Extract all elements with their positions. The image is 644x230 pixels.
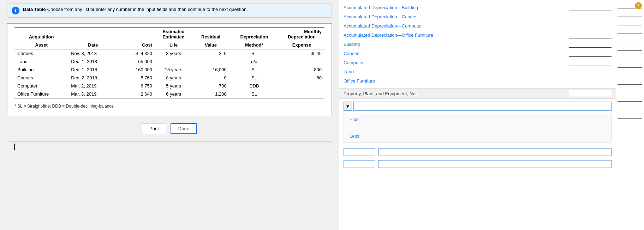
th-blank2 <box>118 34 155 41</box>
dropdown-select-row: ▼ <box>344 102 612 111</box>
dropdown-row: Accumulated Depreciation—Building <box>339 3 616 12</box>
bottom-input-row <box>339 145 616 159</box>
canoes-label[interactable]: Canoes <box>344 51 566 56</box>
sidebar-input-14[interactable] <box>618 111 642 119</box>
dropdown-row: Accumulated Depreciation—Canoes <box>339 12 616 21</box>
asset-date: Dec. 2, 2018 <box>68 74 118 82</box>
canoes-input1[interactable] <box>569 50 612 57</box>
asset-expense <box>279 82 324 90</box>
asset-cost: 65,000 <box>118 58 155 66</box>
less-label: Less: <box>350 133 606 139</box>
acc-dep-computer-input1[interactable] <box>569 22 612 29</box>
bottom-input2[interactable] <box>378 148 612 156</box>
info-text: Choose from any list or enter any number… <box>47 7 248 12</box>
acc-dep-office-label[interactable]: Accumulated Depreciation—Office Furnitur… <box>344 32 566 38</box>
th-acq-date <box>68 28 118 35</box>
acc-dep-computer-label[interactable]: Accumulated Depreciation—Computer <box>344 23 566 29</box>
table-row: Canoes Nov. 3, 2018 $ 4,320 8 years $ 0 … <box>14 49 324 58</box>
th-asset-label: Asset <box>14 41 68 49</box>
building-input1[interactable] <box>569 41 612 48</box>
print-button[interactable]: Print <box>142 123 166 134</box>
asset-date: Mar. 2, 2019 <box>68 82 118 90</box>
sidebar-input-9[interactable] <box>618 69 642 76</box>
sidebar-input-13[interactable] <box>618 103 642 110</box>
sidebar-input-11[interactable] <box>618 86 642 93</box>
sidebar-input-6[interactable] <box>618 44 642 51</box>
sidebar-input-12[interactable] <box>618 95 642 102</box>
computer-label[interactable]: Computer <box>344 60 566 65</box>
prop-plant-label: Property, Plant, and Equipment, Net <box>344 91 569 96</box>
bottom-line <box>7 141 332 152</box>
info-banner: i Data Table Choose from any list or ent… <box>7 4 332 18</box>
computer-input1[interactable] <box>569 59 612 66</box>
asset-cost: 160,000 <box>118 66 155 74</box>
acc-dep-building-input1[interactable] <box>569 4 612 11</box>
help-badge[interactable]: ? <box>635 2 642 9</box>
th-estimated: Estimated <box>155 28 192 35</box>
sidebar-input-4[interactable] <box>618 27 642 34</box>
asset-method: SL <box>229 66 279 74</box>
asset-method: SL <box>229 49 279 58</box>
land-input1[interactable] <box>569 68 612 75</box>
land-inputs <box>569 68 612 75</box>
asset-date: Dec. 1, 2018 <box>68 58 118 66</box>
asset-name: Office Furniture <box>14 90 68 98</box>
office-furniture-input1[interactable] <box>569 77 612 84</box>
th-acquisition: Acquisition <box>14 34 68 41</box>
asset-method: DDB <box>229 82 279 90</box>
prop-plant-input[interactable] <box>569 90 612 97</box>
building-label[interactable]: Building <box>344 42 566 47</box>
asset-cost: $ 4,320 <box>118 49 155 58</box>
acc-dep-office-input1[interactable] <box>569 31 612 38</box>
dropdown-arrow[interactable]: ▼ <box>344 102 352 111</box>
acc-dep-canoes-input1[interactable] <box>569 13 612 20</box>
th-life-label: Life <box>155 41 192 49</box>
asset-cost: 2,640 <box>118 90 155 98</box>
acc-dep-building-label[interactable]: Accumulated Depreciation—Building <box>344 5 566 10</box>
acc-dep-canoes-label[interactable]: Accumulated Depreciation—Canoes <box>344 14 566 19</box>
right-panel: ? Accumulated Depreciation—Building Accu… <box>339 0 644 230</box>
asset-life: 5 years <box>155 82 192 90</box>
th-blank1 <box>68 34 118 41</box>
bottom-input1[interactable] <box>344 148 375 156</box>
bottom-input3[interactable] <box>344 160 375 168</box>
button-row: Print Done <box>7 123 332 134</box>
sidebar-input-2[interactable] <box>618 10 642 17</box>
sidebar-input-5[interactable] <box>618 35 642 42</box>
sidebar-input-8[interactable] <box>618 61 642 68</box>
bottom-input4[interactable] <box>378 160 612 168</box>
asset-life <box>155 58 192 66</box>
asset-method: SL <box>229 74 279 82</box>
done-button[interactable]: Done <box>171 123 197 134</box>
asset-date: Mar. 3, 2019 <box>68 90 118 98</box>
sidebar-input-3[interactable] <box>618 18 642 25</box>
building-inputs <box>569 41 612 48</box>
th-cost-label: Cost <box>118 41 155 49</box>
acc-dep-computer-inputs <box>569 22 612 29</box>
asset-expense <box>279 90 324 98</box>
asset-table: Estimated Monthly Acquisition Estimated … <box>14 27 324 98</box>
asset-name: Computer <box>14 82 68 90</box>
asset-residual: 1,200 <box>192 90 229 98</box>
th-method-label: Method* <box>229 41 279 49</box>
plus-label: Plus: <box>350 117 606 122</box>
acc-dep-canoes-inputs <box>569 13 612 20</box>
chevron-down-icon: ▼ <box>346 104 350 109</box>
sidebar-input-7[interactable] <box>618 52 642 59</box>
acc-dep-building-inputs <box>569 4 612 11</box>
sidebar-input-10[interactable] <box>618 78 642 85</box>
asset-name: Canoes <box>14 74 68 82</box>
asset-expense: 800 <box>279 66 324 74</box>
th-expense-label: Expense <box>279 41 324 49</box>
account-select-input[interactable] <box>353 102 612 111</box>
office-furniture-inputs <box>569 77 612 84</box>
dropdown-row: Accumulated Depreciation—Computer <box>339 21 616 30</box>
asset-expense: $ 45 <box>279 49 324 58</box>
bottom-input-row2 <box>339 159 616 169</box>
land-label[interactable]: Land <box>344 69 566 74</box>
data-table-wrapper: Estimated Monthly Acquisition Estimated … <box>7 23 332 116</box>
right-sidebar <box>616 0 644 230</box>
office-furniture-label[interactable]: Office Furniture <box>344 78 566 84</box>
text-cursor <box>14 144 15 150</box>
prop-plant-row: Property, Plant, and Equipment, Net <box>339 88 616 99</box>
